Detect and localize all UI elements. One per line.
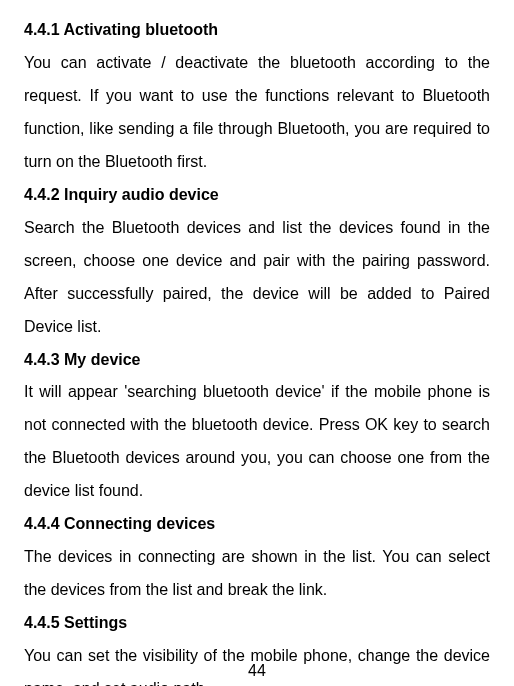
section-heading: 4.4.5 Settings — [24, 614, 127, 631]
section-heading: 4.4.2 Inquiry audio device — [24, 186, 219, 203]
document-content: 4.4.1 Activating bluetooth You can activ… — [24, 14, 490, 686]
section-connecting-devices: 4.4.4 Connecting devices The devices in … — [24, 508, 490, 607]
section-body: Search the Bluetooth devices and list th… — [24, 219, 490, 335]
section-heading: 4.4.4 Connecting devices — [24, 515, 215, 532]
page-number: 44 — [248, 662, 266, 680]
section-heading: 4.4.3 My device — [24, 351, 141, 368]
section-activating-bluetooth: 4.4.1 Activating bluetooth You can activ… — [24, 14, 490, 179]
section-heading: 4.4.1 Activating bluetooth — [24, 21, 218, 38]
section-body: It will appear 'searching bluetooth devi… — [24, 383, 490, 499]
section-body: The devices in connecting are shown in t… — [24, 548, 490, 598]
section-body: You can activate / deactivate the blueto… — [24, 54, 490, 170]
section-inquiry-audio-device: 4.4.2 Inquiry audio device Search the Bl… — [24, 179, 490, 344]
section-my-device: 4.4.3 My device It will appear 'searchin… — [24, 344, 490, 509]
